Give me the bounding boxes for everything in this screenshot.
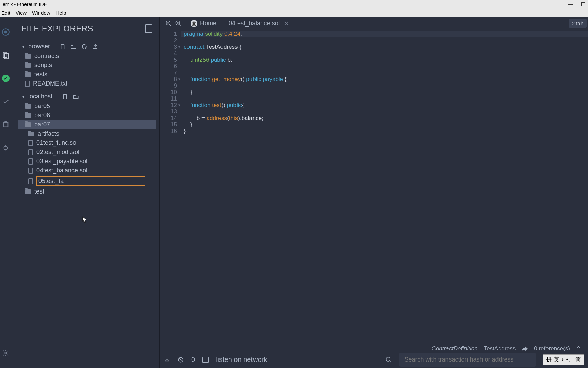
folder-icon	[25, 63, 31, 68]
editor-area: ◉ Home 04test_balance.sol ✕ 2 tab 123▾45…	[160, 17, 588, 368]
tree-folder[interactable]: test	[21, 187, 152, 196]
terminal-search-input[interactable]	[399, 353, 536, 367]
file-icon	[28, 158, 33, 165]
rename-input[interactable]	[36, 176, 145, 186]
ban-icon[interactable]	[178, 357, 184, 363]
menu-view[interactable]: View	[16, 10, 27, 16]
workspace-browser-header[interactable]: ▼ browser	[21, 43, 152, 50]
github-icon[interactable]	[81, 44, 87, 50]
zoom-in-icon[interactable]	[175, 20, 182, 27]
tree-folder[interactable]: bar05	[21, 102, 152, 111]
ime-item[interactable]: •、	[566, 356, 573, 363]
tree-rename-row	[21, 175, 152, 187]
tree-folder[interactable]: bar06	[21, 111, 152, 120]
svg-point-1	[4, 31, 7, 34]
folder-icon	[25, 122, 31, 127]
tabs-count-badge[interactable]: 2 tab	[569, 19, 587, 28]
tree-folder-selected[interactable]: bar07	[18, 120, 156, 129]
menu-edit[interactable]: Edit	[1, 10, 10, 16]
tab-home[interactable]: ◉ Home	[184, 17, 223, 30]
tree-label: artifacts	[38, 130, 59, 137]
home-icon: ◉	[191, 20, 197, 27]
tree-folder[interactable]: tests	[21, 70, 152, 79]
maximize-icon[interactable]	[581, 2, 585, 6]
tree-label: contracts	[34, 52, 59, 60]
file-icon	[25, 81, 30, 87]
tree-file[interactable]: 02test_modi.sol	[21, 148, 152, 157]
main-layout: ✓ FILE EXPLORERS ▼ browser	[0, 17, 588, 368]
search-icon[interactable]	[385, 356, 392, 363]
file-explorer-panel: FILE EXPLORERS ▼ browser contracts scrip…	[11, 17, 160, 368]
window-controls	[568, 2, 585, 6]
tree-label: test	[34, 188, 44, 195]
compiler-icon[interactable]: ✓	[1, 74, 11, 83]
document-icon[interactable]	[145, 24, 152, 33]
window-title: emix - Ethereum IDE	[3, 2, 47, 7]
ime-item[interactable]: ♪	[561, 356, 564, 363]
cursor-icon	[82, 216, 88, 224]
svg-rect-9	[63, 94, 66, 99]
workspace-label: localhost	[28, 93, 52, 100]
code-editor[interactable]: 123▾45678▾9101112▾13141516 pragma solidi…	[160, 30, 588, 368]
tree-label: bar07	[34, 121, 50, 128]
tree-label: tests	[34, 71, 47, 78]
listen-checkbox[interactable]	[202, 357, 209, 363]
folder-icon	[28, 132, 34, 136]
remix-logo-icon[interactable]	[1, 27, 11, 37]
file-icon	[28, 168, 33, 174]
close-icon[interactable]: ✕	[284, 20, 289, 27]
upload-icon[interactable]	[92, 44, 98, 50]
ime-item[interactable]: 简	[575, 356, 581, 363]
file-icon	[28, 140, 33, 146]
workspace-actions	[62, 94, 79, 100]
tab-bar: ◉ Home 04test_balance.sol ✕ 2 tab	[160, 17, 588, 30]
menu-help[interactable]: Help	[55, 10, 66, 16]
file-explorer-icon[interactable]	[1, 50, 11, 60]
ime-toolbar[interactable]: 拼 英 ♪ •、 简	[543, 354, 584, 365]
tree-file[interactable]: 01test_func.sol	[21, 138, 152, 148]
minimize-icon[interactable]	[568, 4, 573, 5]
caret-down-icon: ▼	[21, 94, 26, 99]
svg-rect-3	[4, 53, 8, 59]
folder-icon	[25, 104, 31, 109]
tree-label: scripts	[34, 62, 52, 69]
deploy-icon[interactable]	[1, 97, 11, 106]
debugger-icon[interactable]	[1, 143, 11, 153]
code-text[interactable]: pragma solidity 0.4.24; contract TestAdd…	[181, 30, 588, 368]
listen-label: listen on network	[216, 356, 267, 364]
tab-label: 04test_balance.sol	[229, 20, 280, 27]
tree-folder[interactable]: artifacts	[21, 129, 152, 138]
tree-label: bar05	[34, 103, 50, 110]
panel-title: FILE EXPLORERS	[21, 24, 93, 33]
tree-folder[interactable]: contracts	[21, 51, 152, 61]
expand-icon[interactable]	[164, 357, 170, 363]
zoom-out-icon[interactable]	[165, 20, 172, 27]
svg-rect-4	[3, 123, 8, 127]
tree-label: README.txt	[33, 80, 67, 87]
new-folder-icon[interactable]	[70, 44, 77, 50]
tree-label: bar06	[34, 112, 50, 119]
menu-window[interactable]: Window	[32, 10, 50, 16]
share-icon[interactable]	[522, 346, 528, 351]
icon-sidebar: ✓	[0, 17, 11, 368]
tree-file[interactable]: 04test_balance.sol	[21, 166, 152, 175]
tree-label: 01test_func.sol	[36, 139, 78, 147]
pending-count: 0	[191, 356, 195, 364]
line-gutter: 123▾45678▾9101112▾13141516	[160, 30, 181, 368]
new-file-icon[interactable]	[62, 94, 68, 100]
plugin-icon[interactable]	[1, 120, 11, 129]
settings-icon[interactable]	[1, 348, 11, 358]
svg-rect-2	[3, 52, 7, 58]
ime-item[interactable]: 英	[554, 356, 559, 363]
ime-item[interactable]: 拼	[546, 356, 552, 363]
new-folder-icon[interactable]	[73, 94, 79, 100]
tree-folder[interactable]: scripts	[21, 61, 152, 70]
svg-point-7	[5, 352, 7, 354]
new-file-icon[interactable]	[60, 44, 66, 50]
tab-file[interactable]: 04test_balance.sol ✕	[223, 17, 295, 30]
folder-icon	[25, 54, 31, 59]
svg-rect-8	[61, 44, 64, 49]
tree-file[interactable]: 03test_payable.sol	[21, 157, 152, 166]
tree-file[interactable]: README.txt	[21, 79, 152, 88]
workspace-localhost-header[interactable]: ▼ localhost	[21, 93, 152, 100]
